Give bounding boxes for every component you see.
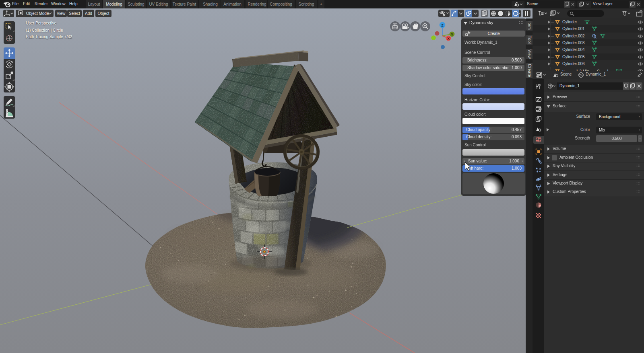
svg-text:Z: Z bbox=[441, 23, 444, 27]
svg-text:X: X bbox=[447, 37, 450, 41]
svg-text:Y: Y bbox=[451, 33, 453, 37]
